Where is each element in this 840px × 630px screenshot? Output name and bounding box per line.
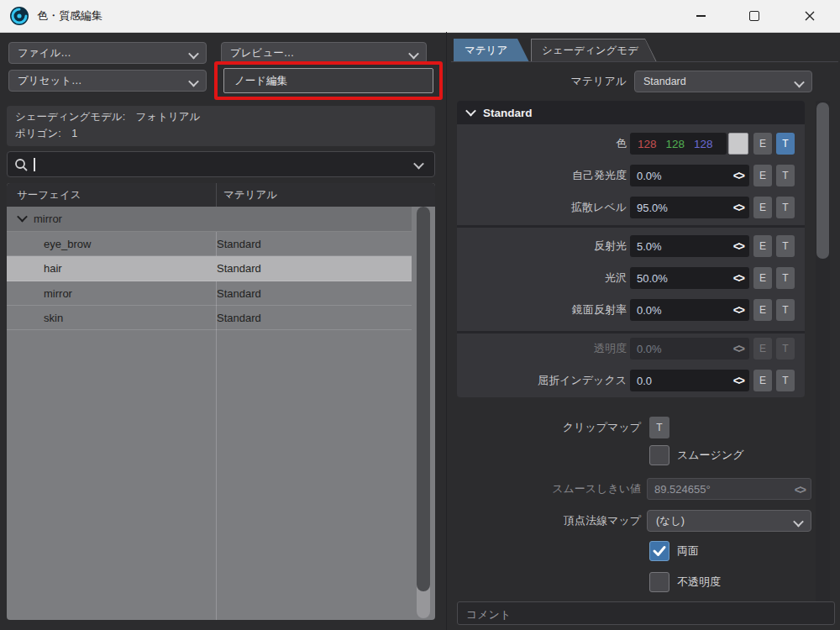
color-b-value[interactable]: 128 bbox=[694, 138, 713, 150]
vertex-normal-map-dropdown[interactable]: (なし) bbox=[647, 510, 811, 532]
tab-bar-underline bbox=[451, 61, 838, 62]
param-label: 拡散レベル bbox=[457, 197, 627, 218]
clip-map-texture-button[interactable]: T bbox=[649, 417, 669, 438]
expand-chevron-icon[interactable] bbox=[17, 212, 28, 223]
app-icon bbox=[9, 6, 29, 26]
maximize-icon bbox=[749, 11, 759, 21]
surface-name: skin bbox=[7, 312, 63, 324]
param-label: 反射光 bbox=[457, 235, 627, 257]
panel-divider[interactable] bbox=[446, 32, 447, 630]
standard-section-header[interactable]: Standard bbox=[457, 101, 805, 124]
spinner-icon[interactable]: <> bbox=[733, 267, 743, 289]
opacity-label: 不透明度 bbox=[677, 572, 721, 592]
material-select-value: Standard bbox=[643, 76, 686, 87]
param-label: 透明度 bbox=[457, 338, 627, 360]
texture-button[interactable]: T bbox=[776, 267, 795, 289]
opacity-checkbox[interactable] bbox=[649, 572, 669, 592]
texture-button[interactable]: T bbox=[776, 235, 795, 257]
double-sided-label: 両面 bbox=[677, 541, 699, 561]
spinner-icon[interactable]: <> bbox=[733, 299, 743, 321]
spinner-icon[interactable]: <> bbox=[733, 235, 743, 257]
edit-button[interactable]: E bbox=[753, 267, 772, 289]
minimize-button[interactable] bbox=[680, 0, 721, 32]
chevron-down-icon bbox=[793, 517, 804, 528]
table-row-mirror[interactable]: mirror Standard bbox=[7, 281, 412, 306]
param-value-field[interactable]: 0.0% <> bbox=[630, 299, 749, 321]
object-info-box: シェーディングモデル: フォトリアル ポリゴン: 1 bbox=[7, 106, 435, 146]
smoothing-label: スムージング bbox=[677, 445, 744, 465]
table-row-skin[interactable]: skin Standard bbox=[7, 306, 412, 330]
param-value-field[interactable]: 0.0% <> bbox=[630, 165, 749, 186]
color-g-value[interactable]: 128 bbox=[666, 138, 685, 150]
param-row-diffuse: 拡散レベル 95.0% <> E T bbox=[457, 197, 805, 218]
column-divider bbox=[216, 183, 217, 207]
table-row-eye-brow[interactable]: eye_brow Standard bbox=[7, 232, 412, 256]
spinner-icon: <> bbox=[795, 479, 805, 501]
chevron-down-icon bbox=[794, 77, 805, 88]
table-scrollbar-thumb[interactable] bbox=[417, 207, 430, 591]
clip-map-label: クリップマップ bbox=[451, 417, 641, 438]
spinner-icon[interactable]: <> bbox=[733, 370, 743, 391]
table-scrollbar-track[interactable] bbox=[417, 207, 430, 618]
texture-button[interactable]: T bbox=[776, 370, 795, 391]
param-value: 0.0% bbox=[637, 343, 662, 355]
section-separator bbox=[457, 225, 805, 228]
color-swatch[interactable] bbox=[728, 133, 748, 155]
smoothing-checkbox[interactable] bbox=[649, 445, 669, 465]
double-sided-checkbox[interactable] bbox=[649, 541, 669, 561]
search-box[interactable] bbox=[7, 151, 435, 177]
param-row-gloss: 光沢 50.0% <> E T bbox=[457, 267, 805, 289]
param-label: 自己発光度 bbox=[457, 165, 627, 186]
param-row-reflectance: 鏡面反射率 0.0% <> E T bbox=[457, 299, 805, 321]
shading-model-info: シェーディングモデル: フォトリアル bbox=[15, 110, 200, 124]
column-header-material: マテリアル bbox=[223, 183, 277, 207]
search-input[interactable] bbox=[39, 155, 404, 175]
close-button[interactable] bbox=[790, 0, 830, 32]
edit-button[interactable]: E bbox=[753, 370, 772, 391]
edit-button[interactable]: E bbox=[753, 299, 772, 321]
texture-button[interactable]: T bbox=[776, 133, 795, 155]
material-name: Standard bbox=[217, 287, 261, 300]
spinner-icon[interactable]: <> bbox=[733, 165, 743, 186]
comment-field[interactable] bbox=[457, 601, 835, 625]
panel-scrollbar-track[interactable] bbox=[816, 101, 830, 622]
color-r-value[interactable]: 128 bbox=[638, 138, 657, 150]
texture-button[interactable]: T bbox=[776, 197, 795, 218]
param-value-field[interactable]: 50.0% <> bbox=[630, 267, 749, 289]
material-name: Standard bbox=[217, 312, 261, 324]
param-value-field[interactable]: 5.0% <> bbox=[630, 235, 749, 257]
file-menu-dropdown[interactable]: ファイル… bbox=[8, 42, 207, 64]
chevron-down-icon[interactable] bbox=[413, 159, 424, 170]
param-value: 50.0% bbox=[637, 272, 668, 285]
vertex-normal-map-label: 頂点法線マップ bbox=[451, 510, 641, 532]
table-row-hair-selected[interactable]: hair Standard bbox=[7, 256, 412, 281]
texture-button[interactable]: T bbox=[776, 299, 795, 321]
edit-button[interactable]: E bbox=[753, 197, 772, 218]
highlight-red-box bbox=[214, 61, 443, 100]
table-row-group-mirror[interactable]: mirror bbox=[7, 207, 412, 232]
param-value-field[interactable]: 95.0% <> bbox=[630, 197, 749, 218]
vertex-normal-map-value: (なし) bbox=[656, 514, 685, 528]
edit-button[interactable]: E bbox=[753, 165, 772, 186]
param-value: 5.0% bbox=[637, 240, 662, 253]
title-bar: 色・質感編集 bbox=[0, 0, 840, 33]
collapse-chevron-icon[interactable] bbox=[465, 105, 476, 116]
standard-section: Standard 色 128 128 128 E T 自己発光度 0.0% <>… bbox=[457, 101, 805, 397]
material-select-dropdown[interactable]: Standard bbox=[634, 71, 812, 92]
minimize-icon bbox=[696, 15, 706, 16]
comment-input[interactable] bbox=[465, 604, 829, 624]
tab-shading-model[interactable]: シェーディングモデル bbox=[531, 39, 657, 62]
preset-menu-dropdown[interactable]: プリセット… bbox=[8, 70, 207, 92]
panel-scrollbar-thumb[interactable] bbox=[816, 102, 829, 259]
preview-menu-label: プレビュー… bbox=[230, 46, 294, 60]
color-rgb-values[interactable]: 128 128 128 bbox=[630, 133, 727, 155]
param-value-field[interactable]: 0.0 <> bbox=[630, 370, 749, 391]
edit-button[interactable]: E bbox=[753, 235, 772, 257]
spinner-icon[interactable]: <> bbox=[733, 197, 743, 218]
texture-button[interactable]: T bbox=[776, 165, 795, 186]
edit-button[interactable]: E bbox=[753, 133, 772, 155]
tab-material[interactable]: マテリアル bbox=[454, 39, 529, 62]
material-name: Standard bbox=[217, 262, 261, 275]
spinner-icon: <> bbox=[733, 338, 743, 360]
maximize-button[interactable] bbox=[734, 0, 774, 32]
